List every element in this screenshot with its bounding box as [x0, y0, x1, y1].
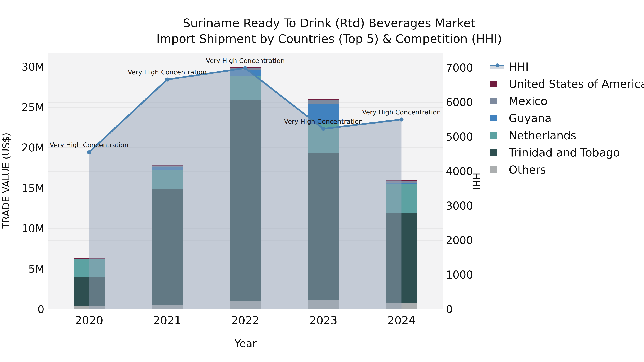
hhi-line-icon [490, 63, 505, 70]
y-axis-right-title: HHI [470, 173, 482, 190]
concentration-annotation: Very High Concentration [99, 68, 235, 76]
bar-segment-trinidad-and-tobago-2020 [74, 277, 105, 306]
bar-segment-netherlands-2020 [74, 259, 105, 277]
legend-item-mexico: Mexico [490, 95, 644, 107]
legend-item-netherlands: Netherlands [490, 129, 644, 142]
chart-title-line1: Suriname Ready To Drink (Rtd) Beverages … [7, 15, 644, 31]
bar-segment-trinidad-and-tobago-2023 [308, 153, 339, 301]
concentration-annotation: Very High Concentration [256, 118, 392, 125]
legend-label: United States of America [509, 77, 644, 90]
legend-label: Mexico [509, 95, 548, 108]
bar-segment-others-2024 [386, 303, 417, 309]
y-right-tick-label: 2000 [446, 234, 500, 247]
legend: HHI United States of America Mexico Guya… [490, 60, 644, 181]
bar-segment-mexico-2021 [152, 166, 183, 167]
bar-segment-netherlands-2023 [308, 124, 339, 153]
legend-label: HHI [509, 60, 529, 73]
x-tick-label: 2022 [215, 314, 276, 327]
x-tick-label: 2020 [59, 314, 120, 327]
legend-label: Netherlands [509, 129, 576, 142]
concentration-annotation: Very High Concentration [334, 108, 470, 116]
bar-segment-united-states-of-america-2023 [308, 99, 339, 100]
guyana-swatch-icon [490, 115, 505, 122]
y-left-tick-label: 25M [0, 101, 44, 114]
y-left-tick-label: 0 [0, 303, 44, 316]
x-axis-title: Year [219, 338, 272, 350]
bar-segment-united-states-of-america-2021 [152, 165, 183, 166]
bar-segment-united-states-of-america-2020 [74, 258, 105, 259]
bar-segment-netherlands-2024 [386, 184, 417, 213]
others-swatch-icon [490, 166, 505, 173]
bar-segment-united-states-of-america-2022 [230, 66, 261, 68]
bar-segment-mexico-2024 [386, 181, 417, 183]
y-left-tick-label: 30M [0, 60, 44, 73]
x-tick-label: 2023 [293, 314, 354, 327]
y-right-tick-label: 3000 [446, 199, 500, 212]
mexico-swatch-icon [490, 98, 505, 104]
y-axis-left-title: TRADE VALUE (US$) [0, 132, 12, 228]
bar-segment-trinidad-and-tobago-2024 [386, 213, 417, 303]
legend-label: Guyana [509, 112, 552, 125]
legend-item-trinidad-and-tobago: Trinidad and Tobago [490, 146, 644, 159]
legend-label: Others [509, 163, 546, 176]
bar-segment-trinidad-and-tobago-2021 [152, 189, 183, 305]
netherlands-swatch-icon [490, 132, 505, 139]
x-tick-label: 2024 [371, 314, 432, 327]
legend-item-guyana: Guyana [490, 112, 644, 124]
figure: Suriname Ready To Drink (Rtd) Beverages … [0, 0, 644, 362]
trinidad-and-tobago-swatch-icon [490, 149, 505, 156]
x-tick-label: 2021 [137, 314, 198, 327]
bar-segment-united-states-of-america-2024 [386, 180, 417, 181]
bar-segment-trinidad-and-tobago-2022 [230, 100, 261, 301]
bar-segment-mexico-2023 [308, 100, 339, 104]
concentration-annotation: Very High Concentration [21, 141, 157, 149]
bar-segment-mexico-2020 [74, 259, 105, 259]
concentration-annotation: Very High Concentration [177, 57, 313, 65]
chart-title-line2: Import Shipment by Countries (Top 5) & C… [7, 31, 644, 47]
bar-segment-guyana-2021 [152, 167, 183, 170]
bar-segment-others-2023 [308, 300, 339, 309]
bar-segment-guyana-2024 [386, 183, 417, 184]
y-right-tick-label: 0 [446, 303, 500, 316]
y-left-tick-label: 5M [0, 262, 44, 275]
legend-label: Trinidad and Tobago [509, 146, 620, 159]
bar-segment-netherlands-2022 [230, 76, 261, 100]
bar-segment-netherlands-2021 [152, 170, 183, 189]
chart-title: Suriname Ready To Drink (Rtd) Beverages … [7, 15, 644, 47]
x-axis-line [48, 309, 444, 310]
bar-segment-others-2022 [230, 301, 261, 309]
usa-swatch-icon [490, 80, 505, 87]
legend-item-usa: United States of America [490, 78, 644, 90]
legend-item-others: Others [490, 163, 644, 176]
y-right-tick-label: 1000 [446, 268, 500, 281]
legend-item-hhi: HHI [490, 60, 644, 73]
